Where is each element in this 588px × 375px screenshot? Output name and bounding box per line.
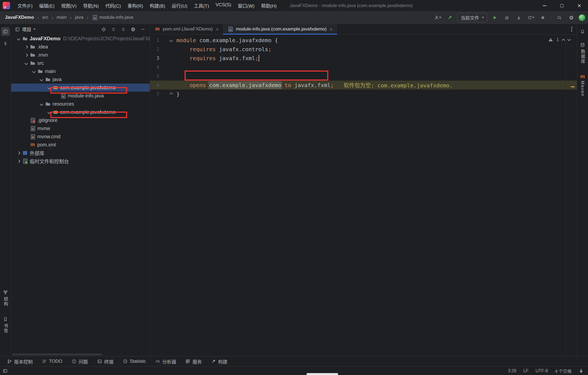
build-project-button[interactable] — [445, 13, 454, 22]
status-item[interactable]: 4 个空格 — [555, 368, 572, 374]
project-view-selector[interactable]: 项目 — [15, 26, 36, 33]
chevron-right-icon[interactable] — [23, 43, 30, 50]
menu-item[interactable]: 文件(F) — [14, 1, 36, 10]
editor-tab[interactable]: module-info.java (com.example.javafxdemo… — [223, 24, 337, 34]
next-warning-icon[interactable] — [567, 38, 571, 41]
tabs-more-button[interactable] — [566, 24, 577, 34]
chevron-down-icon[interactable] — [45, 84, 53, 91]
collapse-all-button[interactable] — [119, 25, 127, 33]
status-item[interactable]: LF — [523, 368, 529, 373]
hide-panel-button[interactable] — [139, 25, 147, 33]
minimize-button[interactable] — [536, 0, 553, 11]
breadcrumb-item[interactable]: module-info.java — [92, 14, 133, 20]
expand-all-button[interactable] — [109, 25, 118, 33]
editor-tab[interactable]: pom.xml (JavaFXDemo)× — [150, 24, 223, 34]
tree-row[interactable]: com.example.javafxdemo — [11, 84, 150, 92]
fold-start-icon[interactable] — [170, 39, 173, 42]
toolwindow-button-todo[interactable]: TODO — [42, 359, 62, 364]
status-item[interactable]: 3:26 — [508, 368, 516, 373]
toolwindow-button-terminal[interactable]: 终端 — [97, 358, 114, 365]
notifications-button[interactable] — [578, 27, 587, 36]
chevron-down-icon[interactable] — [38, 76, 45, 83]
code-line[interactable]: 1module com.example.javafxdemo { — [150, 36, 577, 45]
toolwindow-stripe-maven[interactable]: mMaven — [578, 72, 587, 98]
menu-item[interactable]: 视图(V) — [58, 1, 79, 10]
run-button[interactable] — [490, 13, 500, 22]
debug-button[interactable] — [502, 13, 512, 22]
tree-row[interactable]: pom.xml — [11, 141, 150, 149]
toolwindow-button-services[interactable]: 服务 — [185, 358, 202, 365]
status-item[interactable]: UTF-8 — [535, 368, 548, 373]
toolwindow-button-problems[interactable]: 问题 — [72, 358, 88, 365]
chevron-down-icon[interactable] — [38, 100, 45, 107]
tree-row[interactable]: mvnw — [11, 124, 150, 133]
chevron-right-icon[interactable] — [15, 149, 22, 156]
rerun-button[interactable] — [526, 13, 535, 22]
menu-item[interactable]: VCS(S) — [213, 1, 234, 10]
chevron-down-icon[interactable] — [45, 109, 53, 116]
chevron-down-icon[interactable] — [15, 35, 22, 42]
chevron-right-icon[interactable] — [23, 51, 30, 59]
maximize-button[interactable] — [553, 0, 571, 11]
warning-scroll-marker[interactable] — [571, 86, 575, 87]
tree-row[interactable]: mvnw.cmd — [11, 133, 150, 141]
chevron-right-icon[interactable] — [15, 158, 22, 165]
menu-item[interactable]: 构建(B) — [147, 1, 168, 10]
code-line[interactable]: 2 requires javafx.controls; — [150, 45, 577, 54]
toolwindow-button-version-control[interactable]: 版本控制 — [7, 358, 33, 365]
menu-item[interactable]: 编辑(E) — [36, 1, 58, 10]
tab-close-icon[interactable]: × — [330, 27, 333, 32]
menu-item[interactable]: 窗口(W) — [235, 1, 258, 10]
toolwindow-button-statistic[interactable]: Statistic — [123, 359, 146, 364]
breadcrumb-item[interactable]: JavaFXDemo — [5, 15, 34, 20]
close-button[interactable]: × — [571, 0, 588, 11]
code-line[interactable]: 4 — [150, 63, 577, 72]
tree-row[interactable]: com.example.javafxdemo — [11, 108, 150, 116]
lock-icon[interactable] — [579, 368, 584, 373]
tree-row[interactable]: module-info.java — [11, 92, 150, 100]
tree-row[interactable]: 临时文件和控制台 — [11, 157, 150, 165]
coverage-button[interactable] — [514, 13, 523, 22]
menu-item[interactable]: 帮助(H) — [258, 1, 280, 10]
toolwindow-stripe-database[interactable]: 数据库 — [578, 41, 587, 66]
breadcrumb-item[interactable]: java — [75, 15, 83, 20]
stop-button[interactable] — [538, 13, 547, 22]
code-line[interactable]: 5 — [150, 72, 577, 81]
toolwindow-stripe-structure[interactable]: 结构 — [1, 288, 10, 308]
tree-row[interactable]: .idea — [11, 43, 150, 51]
toolwindow-button-build[interactable]: 构建 — [211, 358, 227, 365]
menu-item[interactable]: 工具(T) — [191, 1, 212, 10]
tree-row[interactable]: JavaFXDemoD:\IDEAProjects\JCNCProjects\J… — [11, 35, 150, 43]
tree-row[interactable]: 外部库 — [11, 149, 150, 157]
project-options-button[interactable] — [129, 25, 137, 33]
tree-row[interactable]: .mvn — [11, 51, 150, 59]
code-editor[interactable]: 1module com.example.javafxdemo {2 requir… — [150, 35, 577, 356]
assistant-button[interactable] — [579, 14, 585, 21]
breadcrumb-item[interactable]: main — [57, 15, 67, 20]
tab-close-icon[interactable]: × — [216, 27, 219, 32]
tree-row[interactable]: .gitignore — [11, 116, 150, 124]
menu-item[interactable]: 运行(U) — [169, 1, 191, 10]
search-everywhere-button[interactable] — [555, 13, 564, 22]
fold-end-icon[interactable] — [170, 93, 173, 96]
chevron-down-icon[interactable] — [30, 68, 37, 75]
run-config-selector[interactable]: 当前文件 — [457, 13, 488, 22]
menu-item[interactable]: 代码(C) — [102, 1, 124, 10]
tree-row[interactable]: java — [11, 75, 150, 84]
code-line[interactable]: 6 opens com.example.javafxdemo to javafx… — [150, 81, 577, 90]
toolwindow-stripe-bookmarks[interactable]: 书签 — [1, 315, 10, 335]
layout-icon[interactable] — [3, 368, 8, 373]
chevron-down-icon[interactable] — [23, 60, 30, 67]
select-opened-file-button[interactable] — [100, 25, 108, 33]
user-button[interactable] — [433, 13, 442, 22]
code-line[interactable]: 3 requires javafx.fxml; — [150, 54, 577, 63]
menu-item[interactable]: 重构(R) — [124, 1, 146, 10]
commit-tool-button[interactable] — [1, 39, 10, 48]
tree-row[interactable]: src — [11, 59, 150, 67]
menu-item[interactable]: 导航(N) — [80, 1, 102, 10]
inspections-widget[interactable]: 1 — [548, 37, 570, 42]
previous-warning-icon[interactable] — [562, 39, 565, 42]
settings-button[interactable] — [567, 13, 576, 22]
tree-row[interactable]: main — [11, 67, 150, 75]
breadcrumb-item[interactable]: src — [42, 15, 48, 20]
